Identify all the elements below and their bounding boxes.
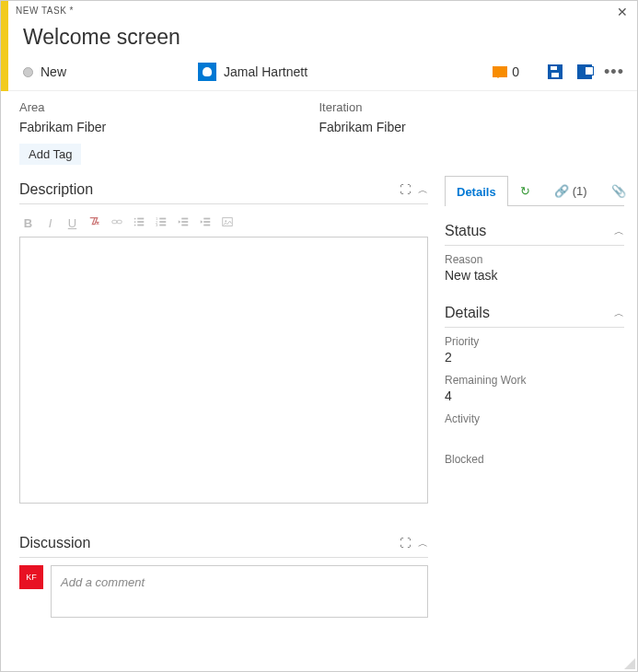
indent-button[interactable]	[198, 215, 212, 231]
collapse-description-button[interactable]: ︿	[418, 183, 428, 197]
attachment-icon: 📎	[611, 184, 626, 198]
italic-button[interactable]: I	[43, 216, 57, 230]
comment-count-value: 0	[512, 64, 519, 79]
remaining-work-value[interactable]: 4	[445, 388, 624, 403]
svg-rect-14	[181, 218, 188, 220]
links-count: (1)	[573, 184, 587, 198]
rich-text-toolbar: B I U 123	[19, 212, 428, 237]
tab-links[interactable]: 🔗(1)	[542, 176, 599, 205]
tab-attachments[interactable]: 📎	[599, 176, 638, 205]
state-text: New	[41, 64, 66, 79]
area-path-field[interactable]: Area Fabrikam Fiber	[19, 100, 319, 134]
comment-icon	[493, 66, 507, 77]
state-dot-icon	[23, 67, 33, 77]
svg-rect-0	[111, 220, 116, 224]
outdent-button[interactable]	[176, 215, 190, 231]
comment-count[interactable]: 0	[493, 64, 519, 79]
clear-format-button[interactable]	[87, 215, 101, 231]
area-value: Fabrikam Fiber	[19, 120, 319, 134]
bullet-list-button[interactable]	[132, 215, 145, 231]
link-icon: 🔗	[554, 184, 569, 198]
status-heading: Status	[445, 223, 486, 239]
collapse-status-button[interactable]: ︿	[614, 225, 624, 238]
image-button[interactable]	[220, 215, 234, 231]
svg-rect-13	[159, 225, 166, 226]
svg-rect-17	[203, 218, 210, 220]
template-icon	[577, 64, 592, 79]
more-actions-button[interactable]: •••	[606, 64, 622, 80]
blocked-label: Blocked	[445, 453, 624, 466]
reason-label: Reason	[445, 253, 624, 266]
description-editor[interactable]	[19, 237, 428, 504]
svg-rect-7	[137, 225, 144, 226]
iteration-path-field[interactable]: Iteration Fabrikam Fiber	[319, 100, 620, 134]
activity-value[interactable]	[445, 427, 624, 444]
assignee-field[interactable]: Jamal Hartnett	[198, 63, 493, 81]
link-button[interactable]	[110, 215, 123, 231]
work-item-type-label: NEW TASK *	[1, 1, 637, 19]
bold-button[interactable]: B	[21, 216, 35, 230]
current-user-avatar: KF	[19, 565, 43, 589]
activity-label: Activity	[445, 412, 624, 425]
iteration-label: Iteration	[319, 100, 620, 114]
underline-button[interactable]: U	[65, 216, 79, 230]
comment-input[interactable]: Add a comment	[51, 565, 428, 618]
fullscreen-icon[interactable]: ⛶	[400, 183, 411, 197]
save-icon	[548, 64, 563, 79]
discussion-heading: Discussion	[19, 535, 90, 551]
work-item-title[interactable]: Welcome screen	[23, 25, 619, 50]
svg-rect-1	[117, 220, 122, 224]
collapse-discussion-button[interactable]: ︿	[418, 537, 428, 550]
reason-value[interactable]: New task	[445, 268, 624, 283]
assignee-name: Jamal Hartnett	[224, 64, 307, 79]
accent-bar	[1, 1, 8, 91]
tab-details[interactable]: Details	[445, 176, 508, 206]
svg-point-21	[225, 220, 226, 222]
fullscreen-discussion-icon[interactable]: ⛶	[400, 537, 411, 550]
svg-rect-18	[203, 221, 210, 223]
area-label: Area	[19, 100, 319, 114]
svg-text:3: 3	[155, 223, 157, 227]
svg-rect-16	[181, 225, 188, 226]
collapse-details-button[interactable]: ︿	[614, 307, 624, 320]
svg-rect-11	[159, 221, 166, 223]
svg-point-2	[133, 218, 135, 220]
save-button[interactable]	[547, 64, 563, 80]
svg-rect-5	[137, 221, 144, 223]
number-list-button[interactable]: 123	[154, 215, 168, 231]
svg-point-6	[133, 225, 135, 226]
svg-rect-9	[159, 218, 166, 220]
template-button[interactable]	[576, 64, 593, 80]
svg-rect-3	[137, 218, 144, 220]
state-field[interactable]: New	[23, 64, 198, 79]
svg-point-4	[133, 221, 135, 223]
remaining-work-label: Remaining Work	[445, 374, 624, 387]
priority-value[interactable]: 2	[445, 350, 624, 365]
blocked-value[interactable]	[445, 468, 624, 484]
history-icon: ↻	[520, 184, 530, 198]
iteration-value: Fabrikam Fiber	[319, 120, 620, 134]
description-heading: Description	[19, 181, 93, 198]
add-tag-button[interactable]: Add Tag	[19, 144, 81, 165]
tab-history[interactable]: ↻	[508, 176, 542, 205]
type-label-text: NEW TASK *	[16, 6, 74, 16]
details-heading: Details	[445, 305, 490, 321]
close-button[interactable]: ✕	[617, 5, 628, 19]
resize-grip[interactable]	[624, 658, 635, 669]
avatar-icon	[198, 63, 216, 81]
svg-rect-15	[181, 221, 188, 223]
priority-label: Priority	[445, 335, 624, 348]
svg-rect-19	[203, 225, 210, 226]
tab-details-label: Details	[457, 185, 496, 199]
